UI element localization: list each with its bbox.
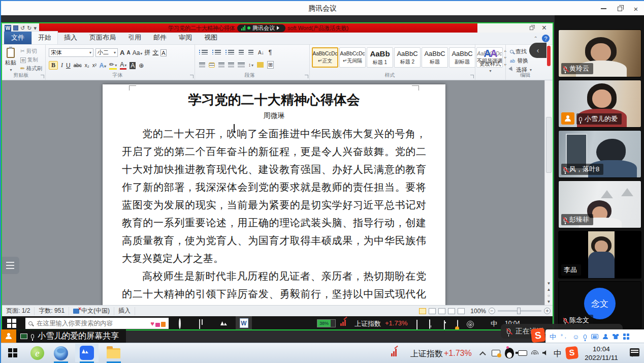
zoom-in-button[interactable]: + [544, 308, 551, 314]
voice-input-icon[interactable] [584, 335, 587, 339]
tab-references[interactable]: 引用 [122, 32, 147, 44]
tab-view[interactable]: 视图 [198, 32, 223, 44]
print-layout-view-button[interactable] [419, 308, 426, 314]
grow-font-button[interactable]: A [120, 49, 124, 56]
borders-button[interactable]: ⊞ [267, 61, 274, 69]
find-button[interactable]: 查找▾ [510, 48, 531, 55]
meeting-status-pill[interactable]: 腾讯会议 [237, 24, 285, 32]
zoom-slider-thumb[interactable] [517, 308, 521, 314]
meeting-toolbar-handle[interactable] [1, 257, 19, 274]
styles-dialog-launcher[interactable] [470, 75, 474, 78]
clipboard-dialog-launcher[interactable] [41, 75, 44, 78]
participant-tile[interactable]: 李晶 [558, 231, 641, 279]
format-painter-button[interactable]: ✏ 格式刷 [20, 65, 42, 72]
cortana-button[interactable] [179, 319, 181, 328]
distribute-icon[interactable] [238, 63, 245, 68]
paste-button[interactable]: 粘贴 ▾ [5, 48, 16, 72]
tray-pip[interactable] [457, 320, 458, 329]
style-heading2[interactable]: AaBbC标题 2 [394, 47, 421, 68]
insert-mode[interactable]: 插入 [114, 307, 135, 315]
word-close-button[interactable]: × [542, 23, 546, 33]
select-browse-object[interactable]: ○ [548, 293, 550, 298]
word-count[interactable]: 字数: 951 [35, 307, 69, 315]
shared-search-box[interactable]: ♥ [25, 318, 169, 329]
zoom-slider[interactable] [498, 310, 541, 312]
shared-word-app-button[interactable]: W [236, 316, 252, 330]
zoom-out-button[interactable]: − [489, 308, 495, 314]
shading-a-button[interactable]: A [130, 62, 136, 69]
increase-indent-icon[interactable] [248, 50, 253, 55]
meeting-app-button[interactable] [75, 344, 99, 362]
style-no-spacing[interactable]: AaBbCcDc↵无间隔 [339, 47, 366, 68]
tray-wifi[interactable] [531, 350, 538, 354]
emoji-button[interactable]: ☺ [572, 334, 579, 340]
word-restore-button[interactable] [530, 26, 533, 29]
scrollbar-thumb[interactable] [546, 117, 552, 173]
pinned-app-button[interactable] [54, 346, 68, 360]
tab-file[interactable]: 文件 [4, 32, 31, 44]
page-indicator[interactable]: 页面: 1/2 [2, 307, 35, 315]
enclose-characters-button[interactable]: 文 [152, 48, 158, 57]
decrease-indent-icon[interactable] [239, 50, 244, 55]
numbering-icon[interactable] [215, 50, 221, 55]
tray-power[interactable] [518, 350, 527, 356]
start-button[interactable] [8, 348, 17, 357]
action-center-button[interactable] [630, 348, 639, 356]
toolbox-icon[interactable] [623, 334, 629, 340]
web-layout-view-button[interactable] [438, 308, 445, 314]
tray-battery[interactable] [444, 321, 445, 330]
justify-icon[interactable] [228, 63, 234, 68]
style-title[interactable]: AaBbC标题 [422, 47, 448, 68]
sort-button[interactable]: A↓ [258, 50, 264, 55]
participant-tile[interactable]: 念文 陈念文 [558, 281, 641, 329]
skin-icon[interactable] [613, 334, 619, 339]
zoom-level[interactable]: 100% [470, 308, 486, 315]
minimize-ribbon-icon[interactable]: ⌃ [534, 36, 538, 41]
participant-tile[interactable]: 黄玲云 [558, 29, 641, 77]
search-input[interactable] [36, 319, 122, 327]
stock-index-name[interactable]: 上证指数 [410, 349, 443, 359]
shrink-font-button[interactable]: A [126, 50, 130, 55]
previous-page-button[interactable]: ▲ [547, 287, 551, 292]
highlight-button[interactable]: ✏▾ [109, 61, 117, 70]
qat-dropdown-icon[interactable]: ▾ [34, 25, 37, 31]
hidden-icons-button[interactable] [416, 321, 417, 330]
sidebar-collapse-button[interactable]: ‹ [529, 43, 546, 58]
battery-widget[interactable]: 38% [317, 319, 336, 327]
italic-button[interactable]: I [61, 62, 63, 69]
hidden-icons-button[interactable] [481, 351, 486, 356]
vertical-scrollbar[interactable]: ▼ ▲ ○ ▼ [544, 80, 553, 305]
align-right-icon[interactable] [218, 63, 224, 68]
tray-volume[interactable] [542, 350, 548, 355]
sogou-tray-button[interactable]: S [566, 347, 578, 359]
superscript-button[interactable]: x² [92, 63, 96, 68]
multilevel-list-icon[interactable] [228, 50, 234, 55]
tab-home[interactable]: 开始 [31, 31, 58, 44]
participant-tile[interactable]: 风，落叶8 [558, 130, 641, 178]
restore-button[interactable] [611, 1, 628, 16]
tab-mailings[interactable]: 邮件 [147, 32, 173, 44]
tray-ime[interactable]: 中 [491, 319, 497, 328]
stock-index-name[interactable]: 上证指数 [355, 319, 381, 328]
underline-button[interactable]: U [66, 62, 71, 69]
shared-start-button[interactable] [7, 319, 16, 328]
style-heading1[interactable]: AaBb标题 1 [367, 47, 393, 68]
help-icon[interactable]: ? [542, 35, 550, 42]
participant-tile[interactable]: 彭臻菲 [558, 180, 641, 228]
font-name-select[interactable]: 宋体▾ [49, 48, 93, 57]
tray-mic[interactable] [429, 320, 430, 329]
font-color-button[interactable]: A▾ [120, 61, 126, 70]
circle-char-button[interactable]: ⊕ [139, 62, 144, 69]
task-view-button[interactable] [199, 320, 200, 329]
redo-icon[interactable]: ↻ [27, 25, 31, 31]
bold-button[interactable]: B [49, 61, 58, 70]
draft-view-button[interactable] [458, 308, 465, 314]
qq-tray-button[interactable] [505, 348, 514, 358]
cut-button[interactable]: ✂ 剪切 [20, 48, 37, 55]
clock[interactable]: 10:04 2022/11/11 [581, 345, 622, 362]
tab-insert[interactable]: 插入 [58, 32, 83, 44]
soft-keyboard-icon[interactable] [591, 334, 598, 339]
show-marks-button[interactable]: ¶ [269, 49, 272, 56]
browser-button[interactable]: e [30, 346, 44, 360]
tab-review[interactable]: 审阅 [173, 32, 198, 44]
